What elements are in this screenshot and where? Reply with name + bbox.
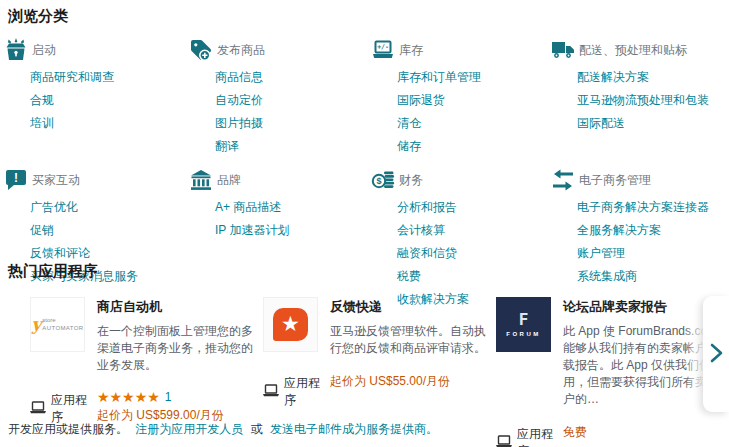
app-title[interactable]: 反馈快递 xyxy=(330,298,488,316)
storeautomator-y-mark: y xyxy=(31,316,41,333)
category-title: 买家互动 xyxy=(32,172,80,189)
category-list-item: A+ 商品描述 xyxy=(215,195,370,218)
category-link[interactable]: 国际配送 xyxy=(577,116,625,130)
storeautomator-logo: y store AUTOMATOR xyxy=(30,297,85,352)
app-title[interactable]: 商店自动机 xyxy=(97,298,255,316)
category-link[interactable]: 图片拍摄 xyxy=(215,116,263,130)
category-list-item: 广告优化 xyxy=(30,195,188,218)
category-list-item: 储存 xyxy=(397,134,550,157)
category-list-item: 培训 xyxy=(30,111,188,134)
category-link[interactable]: 翻译 xyxy=(215,139,239,153)
category-title: 财务 xyxy=(399,172,423,189)
category-list-item: 库存和订单管理 xyxy=(397,65,550,88)
category-list-item: 图片拍摄 xyxy=(215,111,370,134)
category-link[interactable]: 电子商务解决方案连接器 xyxy=(577,200,709,214)
laptop-icon xyxy=(263,384,279,400)
app-description: 亚马逊反馈管理软件。自动执行您的反馈和商品评审请求。 xyxy=(330,323,488,357)
forum-f-mark: F xyxy=(519,312,529,328)
category-link[interactable]: 融资和信贷 xyxy=(397,246,457,260)
category-list-item: 国际配送 xyxy=(577,111,726,134)
category-list-item: 清仓 xyxy=(397,111,550,134)
feedback-star-icon: ★ xyxy=(281,313,300,334)
chevron-right-icon xyxy=(710,343,723,366)
forum-logo-text: FORUM xyxy=(506,331,541,337)
app-type-label: 应用程序 xyxy=(284,375,330,409)
feedback-bubble-icon: ★ xyxy=(273,308,308,341)
category-list-item: 商品信息 xyxy=(215,65,370,88)
category-list-item: 全服务解决方案 xyxy=(577,218,726,241)
category-link[interactable]: 广告优化 xyxy=(30,200,78,214)
category-title: 库存 xyxy=(399,42,423,59)
star-rating: ★★★★★ xyxy=(97,390,160,404)
launch-box-icon xyxy=(3,37,29,63)
app-card[interactable]: F FORUM 论坛品牌卖家报告 此 App 使 ForumBrands.com… xyxy=(496,297,729,447)
app-type: 应用程序 xyxy=(263,373,330,409)
feedbackexpress-logo: ★ xyxy=(263,297,318,352)
category-link[interactable]: IP 加速器计划 xyxy=(215,223,289,237)
category-list-item: 翻译 xyxy=(215,134,370,157)
footer-text: 开发应用或提供服务。 xyxy=(8,422,128,436)
category-link[interactable]: 反馈和评论 xyxy=(30,246,90,260)
category-block: +/- 库存 库存和订单管理国际退货清仓储存 xyxy=(370,37,550,157)
service-provider-email-link[interactable]: 发送电子邮件成为服务提供商。 xyxy=(270,422,438,436)
category-link[interactable]: 配送解决方案 xyxy=(577,70,649,84)
category-list-item: 商品研究和调查 xyxy=(30,65,188,88)
app-price: 免费 xyxy=(563,424,587,441)
category-list-item: 分析和报告 xyxy=(397,195,550,218)
app-type-label: 应用程序 xyxy=(517,426,563,447)
footer-text: 或 xyxy=(251,422,263,436)
category-list-item: IP 加速器计划 xyxy=(215,218,370,241)
sync-arrows-icon xyxy=(550,167,576,193)
category-list-item: 合规 xyxy=(30,88,188,111)
category-link[interactable]: 国际退货 xyxy=(397,93,445,107)
category-list-item: 反馈和评论 xyxy=(30,241,188,264)
laptop-plus-minus-icon: +/- xyxy=(370,37,396,63)
category-link[interactable]: 商品研究和调查 xyxy=(30,70,114,84)
category-link[interactable]: 合规 xyxy=(30,93,54,107)
developer-footer: 开发应用或提供服务。 注册为应用开发人员 或 发送电子邮件成为服务提供商。 xyxy=(8,421,438,438)
svg-text:+/-: +/- xyxy=(377,43,389,51)
category-link[interactable]: 促销 xyxy=(30,223,54,237)
category-title: 启动 xyxy=(32,42,56,59)
category-list-item: 配送解决方案 xyxy=(577,65,726,88)
carousel-next-button[interactable] xyxy=(703,296,729,412)
svg-text:!: ! xyxy=(14,171,18,185)
category-title: 配送、预处理和贴标 xyxy=(579,42,687,59)
app-description: 在一个控制面板上管理您的多渠道电子商务业务，推动您的业务发展。 xyxy=(97,323,255,374)
browse-categories-heading: 浏览分类 xyxy=(8,7,726,26)
storeautomator-logo-text: store xyxy=(42,317,83,324)
category-block: 发布商品 商品信息自动定价图片拍摄翻译 xyxy=(188,37,370,157)
laptop-icon xyxy=(496,435,512,447)
category-list-item: 融资和信贷 xyxy=(397,241,550,264)
category-link[interactable]: 账户管理 xyxy=(577,246,625,260)
category-link[interactable]: A+ 商品描述 xyxy=(215,200,281,214)
category-link[interactable]: 全服务解决方案 xyxy=(577,223,661,237)
category-link[interactable]: 清仓 xyxy=(397,116,421,130)
category-link[interactable]: 分析和报告 xyxy=(397,200,457,214)
register-developer-link[interactable]: 注册为应用开发人员 xyxy=(135,422,243,436)
category-link[interactable]: 储存 xyxy=(397,139,421,153)
app-price: 起价为 US$55.00/月份 xyxy=(330,373,450,390)
category-link[interactable]: 自动定价 xyxy=(215,93,263,107)
category-list-item: 亚马逊物流预处理和包装 xyxy=(577,88,726,111)
coins-dollar-icon: $ xyxy=(370,167,396,193)
laptop-icon xyxy=(30,401,46,417)
forumbrands-logo: F FORUM xyxy=(496,297,551,352)
rating-count-link[interactable]: 1 xyxy=(165,390,172,404)
tag-plus-icon xyxy=(188,37,214,63)
category-list-item: 促销 xyxy=(30,218,188,241)
category-link[interactable]: 亚马逊物流预处理和包装 xyxy=(577,93,709,107)
category-link[interactable]: 库存和订单管理 xyxy=(397,70,481,84)
category-link[interactable]: 培训 xyxy=(30,116,54,130)
storeautomator-logo-text: AUTOMATOR xyxy=(42,325,83,332)
app-type: 应用程序 xyxy=(496,424,563,447)
popular-apps-section: 热门应用程序 y store AUTOMATOR 商店自动机 在一个控制面板上管… xyxy=(3,262,729,447)
category-list-item: 国际退货 xyxy=(397,88,550,111)
popular-apps-heading: 热门应用程序 xyxy=(8,262,729,281)
truck-icon xyxy=(550,37,576,63)
category-list-item: 会计核算 xyxy=(397,218,550,241)
category-block: 启动 商品研究和调查合规培训 xyxy=(3,37,188,157)
category-link[interactable]: 商品信息 xyxy=(215,70,263,84)
category-link[interactable]: 会计核算 xyxy=(397,223,445,237)
category-title: 发布商品 xyxy=(217,42,265,59)
